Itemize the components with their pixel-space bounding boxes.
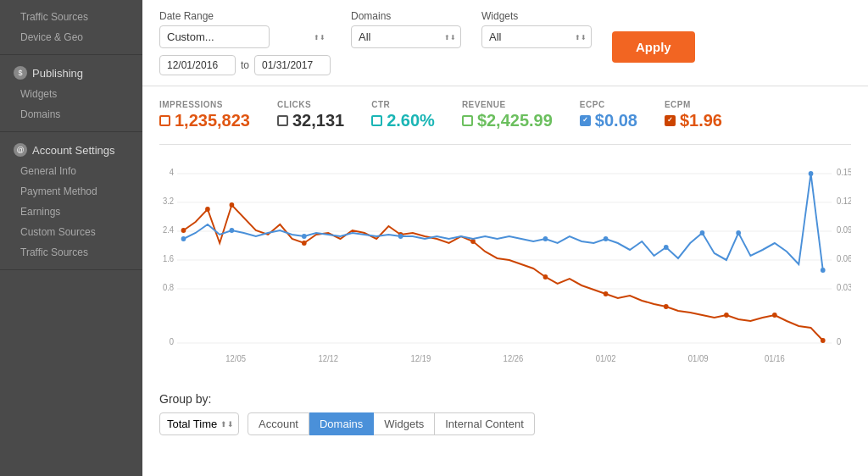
date-range-select[interactable]: Custom... Last 7 days Last 30 days This … <box>159 25 270 48</box>
stats-divider <box>159 144 851 145</box>
sidebar-item-earnings[interactable]: Earnings <box>0 202 142 222</box>
sidebar-account-label: Account Settings <box>32 144 115 157</box>
stat-revenue: REVENUE $2,425.99 <box>462 100 553 130</box>
svg-text:0.03: 0.03 <box>837 283 851 292</box>
svg-point-43 <box>664 245 669 250</box>
svg-text:12/12: 12/12 <box>318 354 338 363</box>
to-label: to <box>241 59 249 71</box>
ctr-value: 2.60% <box>371 111 435 130</box>
ecpm-label: eCPM <box>665 100 722 109</box>
svg-text:4: 4 <box>170 168 175 177</box>
svg-text:1.6: 1.6 <box>163 254 174 263</box>
svg-text:0.15: 0.15 <box>837 168 851 177</box>
stats-row: IMPRESSIONS 1,235,823 CLICKS 32,131 CTR … <box>159 100 851 130</box>
svg-point-41 <box>543 236 548 241</box>
svg-point-25 <box>181 228 186 233</box>
svg-point-45 <box>736 230 741 235</box>
svg-text:01/16: 01/16 <box>765 354 785 363</box>
group-by-section: Group by: Total Time Day Week Month ⬆⬇ A… <box>159 392 851 435</box>
svg-point-32 <box>604 291 609 296</box>
tab-group: Account Domains Widgets Internal Content <box>248 412 535 435</box>
svg-point-27 <box>230 202 235 208</box>
apply-button[interactable]: Apply <box>612 31 695 63</box>
clicks-icon <box>277 115 288 126</box>
sidebar-item-traffic-sources-2[interactable]: Traffic Sources <box>0 242 142 263</box>
svg-point-42 <box>604 236 609 241</box>
widgets-field: Widgets All <box>481 10 592 48</box>
sidebar-item-widgets[interactable]: Widgets <box>0 84 142 104</box>
svg-text:12/05: 12/05 <box>225 354 246 363</box>
group-by-select[interactable]: Total Time Day Week Month <box>159 412 239 435</box>
sidebar-item-device-geo[interactable]: Device & Geo <box>0 27 142 47</box>
to-date-input[interactable] <box>254 55 331 75</box>
sidebar-item-general-info[interactable]: General Info <box>0 161 142 181</box>
domains-field: Domains All <box>351 10 461 48</box>
ecpm-value: $1.96 <box>665 111 722 130</box>
domains-select[interactable]: All <box>351 25 461 48</box>
chart-container: 4 3.2 2.4 1.6 0.8 0 0.15 0.12 0.09 0.06 … <box>159 158 851 379</box>
dollar-icon: $ <box>14 66 27 80</box>
svg-point-33 <box>664 304 669 309</box>
sidebar-item-domains[interactable]: Domains <box>0 104 142 125</box>
stat-ecpc: eCPC $0.08 <box>580 100 637 130</box>
tab-domains[interactable]: Domains <box>309 412 374 435</box>
date-range-label: Date Range <box>159 10 331 22</box>
svg-point-40 <box>398 234 403 239</box>
group-by-label: Group by: <box>159 392 851 406</box>
sidebar-item-account-settings[interactable]: @ Account Settings <box>0 139 142 161</box>
sidebar-section-account: @ Account Settings General Info Payment … <box>0 132 142 270</box>
svg-text:12/26: 12/26 <box>504 354 524 363</box>
group-by-controls: Total Time Day Week Month ⬆⬇ Account Dom… <box>159 412 851 435</box>
stat-ctr: CTR 2.60% <box>371 100 435 130</box>
svg-text:0: 0 <box>170 337 175 346</box>
topbar: Date Range Custom... Last 7 days Last 30… <box>142 0 868 86</box>
main-content: Date Range Custom... Last 7 days Last 30… <box>142 0 868 476</box>
sidebar-item-traffic-sources[interactable]: Traffic Sources <box>0 7 142 27</box>
revenue-label: REVENUE <box>462 100 553 109</box>
domains-label: Domains <box>351 10 461 22</box>
svg-point-44 <box>700 230 705 235</box>
svg-text:01/09: 01/09 <box>688 354 709 363</box>
clicks-value: 32,131 <box>277 111 344 130</box>
impressions-label: IMPRESSIONS <box>159 100 250 109</box>
ecpc-icon <box>580 115 591 126</box>
user-icon: @ <box>14 143 27 157</box>
clicks-label: CLICKS <box>277 100 344 109</box>
tab-widgets[interactable]: Widgets <box>374 412 435 435</box>
sidebar-item-custom-sources[interactable]: Custom Sources <box>0 222 142 242</box>
svg-point-31 <box>543 274 548 280</box>
ecpc-value: $0.08 <box>580 111 637 130</box>
svg-point-35 <box>772 313 777 318</box>
svg-text:0.06: 0.06 <box>837 254 851 263</box>
stat-clicks: CLICKS 32,131 <box>277 100 344 130</box>
revenue-value: $2,425.99 <box>462 111 553 130</box>
tab-account[interactable]: Account <box>248 412 309 435</box>
date-range-field: Date Range Custom... Last 7 days Last 30… <box>159 10 331 75</box>
svg-point-37 <box>181 236 186 241</box>
svg-point-39 <box>302 234 307 239</box>
svg-text:12/19: 12/19 <box>411 354 431 363</box>
sidebar-publishing-label: Publishing <box>32 67 83 80</box>
ctr-label: CTR <box>371 100 435 109</box>
widgets-select[interactable]: All <box>481 25 592 48</box>
impressions-icon <box>159 115 170 126</box>
sidebar-item-payment-method[interactable]: Payment Method <box>0 181 142 202</box>
svg-point-28 <box>302 241 307 246</box>
sidebar-section-publishing: $ Publishing Widgets Domains <box>0 55 142 132</box>
impressions-value: 1,235,823 <box>159 111 250 130</box>
stat-impressions: IMPRESSIONS 1,235,823 <box>159 100 250 130</box>
revenue-icon <box>462 115 473 126</box>
domains-select-wrapper: All <box>351 25 461 48</box>
sidebar-item-publishing[interactable]: $ Publishing <box>0 62 142 84</box>
from-date-input[interactable] <box>159 55 236 75</box>
tab-internal-content[interactable]: Internal Content <box>435 412 535 435</box>
content-area: IMPRESSIONS 1,235,823 CLICKS 32,131 CTR … <box>142 86 868 476</box>
svg-point-47 <box>821 268 826 273</box>
ctr-icon <box>371 115 382 126</box>
widgets-select-wrapper: All <box>481 25 592 48</box>
svg-point-26 <box>205 207 210 212</box>
stat-ecpm: eCPM $1.96 <box>665 100 722 130</box>
svg-text:2.4: 2.4 <box>163 225 175 235</box>
ecpm-icon <box>665 115 676 126</box>
date-range-select-wrapper: Custom... Last 7 days Last 30 days This … <box>159 25 331 48</box>
